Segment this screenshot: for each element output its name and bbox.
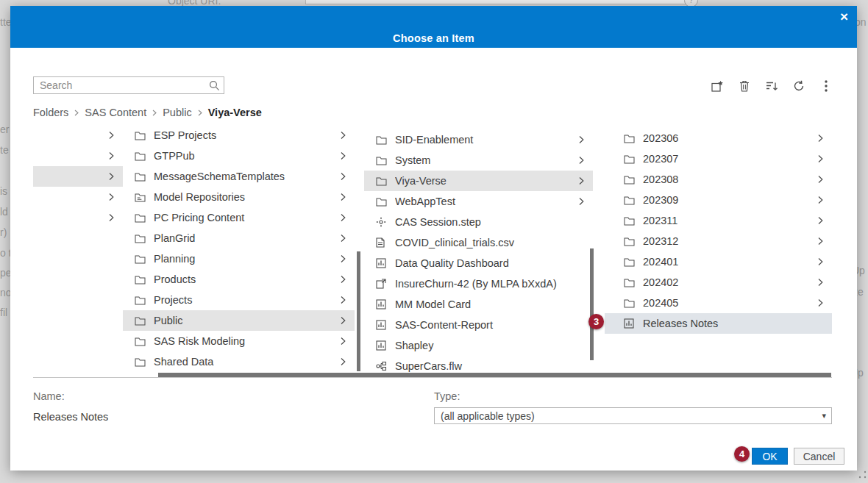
list-item[interactable]: MM Model Card [364,294,593,315]
chevron-right-icon[interactable] [818,257,832,266]
chevron-right-icon[interactable] [818,175,832,184]
type-select[interactable]: (all applicable types) ▾ [434,407,832,424]
chevron-right-icon[interactable] [341,357,355,366]
list-item[interactable]: 202307 [605,149,832,169]
close-icon[interactable]: × [840,10,848,24]
chevron-right-icon[interactable] [818,237,832,246]
breadcrumb-sas-content[interactable]: SAS Content [85,107,146,118]
list-item[interactable]: 202308 [605,169,832,190]
chevron-right-icon[interactable] [818,298,832,307]
horizontal-scrollbar-thumb[interactable] [158,373,831,377]
list-item[interactable]: COVID_clinical_trials.csv [364,232,593,253]
chevron-right-icon[interactable] [579,197,593,206]
list-item[interactable] [33,146,123,166]
chevron-right-icon[interactable] [109,193,123,201]
vertical-scrollbar-thumb[interactable] [590,248,594,360]
chevron-right-icon[interactable] [341,275,355,284]
chevron-right-icon[interactable] [341,316,355,325]
report-icon [624,318,636,329]
chevron-right-icon[interactable] [109,131,123,140]
chevron-right-icon[interactable] [341,131,355,140]
delete-icon[interactable] [737,79,752,93]
chevron-right-icon[interactable] [341,254,355,263]
chevron-right-icon[interactable] [818,134,832,143]
breadcrumb-folders[interactable]: Folders [33,107,68,118]
list-item[interactable]: Projects [123,290,355,310]
list-item-label: 202402 [643,276,812,288]
list-item[interactable] [33,125,123,146]
list-item[interactable]: SAS Risk Modeling [123,331,355,351]
list-item-label: COVID_clinical_trials.csv [395,237,593,248]
name-value: Releases Notes [33,411,108,423]
chevron-right-icon[interactable] [341,213,355,222]
list-item[interactable]: SAS-Content-Report [364,315,593,335]
name-label: Name: [33,390,65,402]
report-icon [376,319,388,331]
list-item[interactable]: 202402 [605,272,832,293]
list-item[interactable] [33,187,123,207]
folder-icon [624,153,636,165]
chevron-right-icon[interactable] [341,296,355,304]
breadcrumb-public[interactable]: Public [163,107,192,118]
list-item[interactable]: WebAppTest [364,191,593,212]
list-item[interactable]: PC Pricing Content [123,207,355,228]
column-sas-content: ESP ProjectsGTPPubMessageSchemaTemplates… [123,125,355,372]
list-item[interactable]: 202312 [605,231,832,251]
list-item[interactable]: ESP Projects [123,125,355,146]
list-item[interactable]: Planning [123,248,355,269]
search-input[interactable] [34,77,207,93]
list-item[interactable]: Model Repositories [123,187,355,207]
list-item[interactable]: System [364,150,593,171]
list-item[interactable]: Viya-Verse [364,171,593,191]
chevron-right-icon[interactable] [341,337,355,346]
chevron-right-icon[interactable] [818,216,832,225]
list-item[interactable]: Shared Data [123,351,355,372]
list-item[interactable]: 202306 [605,128,832,149]
new-item-icon[interactable] [710,79,725,93]
report-icon [376,257,388,269]
caret-down-icon: ▾ [822,411,826,421]
chevron-right-icon[interactable] [109,213,123,222]
list-item[interactable]: Public [123,310,355,331]
report-icon [376,298,388,310]
list-item[interactable]: GTPPub [123,146,355,166]
ok-button[interactable]: OK [752,448,788,465]
search-icon[interactable] [209,80,220,94]
list-item[interactable]: MessageSchemaTemplates [123,166,355,187]
list-item[interactable]: 202401 [605,251,832,272]
list-item[interactable]: Data Quality Dashboard [364,253,593,273]
chevron-right-icon[interactable] [818,278,832,287]
chevron-right-icon[interactable] [579,156,593,165]
list-item[interactable] [33,207,123,228]
cancel-button[interactable]: Cancel [794,448,844,465]
list-item[interactable]: 202311 [605,210,832,231]
chevron-right-icon[interactable] [109,172,123,181]
list-item-label: 202309 [643,194,812,206]
refresh-icon[interactable] [791,79,806,93]
chevron-right-icon[interactable] [818,154,832,163]
chevron-right-icon[interactable] [341,193,355,201]
list-item[interactable]: Products [123,269,355,290]
list-item[interactable]: SID-Enablement [364,129,593,150]
list-item[interactable]: 202405 [605,293,832,313]
chevron-right-icon[interactable] [818,196,832,204]
chevron-right-icon[interactable] [341,234,355,243]
chevron-right-icon[interactable] [579,176,593,185]
annotation-step-4: 4 [734,446,750,462]
list-item[interactable]: Releases Notes [605,313,832,334]
more-options-icon[interactable] [819,79,833,93]
list-item-label: Shapley [395,340,593,351]
list-item[interactable] [33,166,123,187]
list-item[interactable]: InsureChurn-42 (By MLPA bXxdA) [364,273,593,294]
list-item[interactable]: Shapley [364,335,593,356]
vertical-scrollbar-thumb[interactable] [357,251,360,371]
chevron-right-icon[interactable] [109,151,123,160]
sort-items-icon[interactable] [764,79,779,93]
chevron-right-icon[interactable] [579,135,593,144]
list-item[interactable]: PlanGrid [123,228,355,248]
chevron-right-icon[interactable] [341,151,355,160]
list-item[interactable]: 202309 [605,190,832,210]
list-item[interactable]: CAS Session.step [364,212,593,232]
resize-grip[interactable] [858,468,867,482]
chevron-right-icon[interactable] [341,172,355,181]
